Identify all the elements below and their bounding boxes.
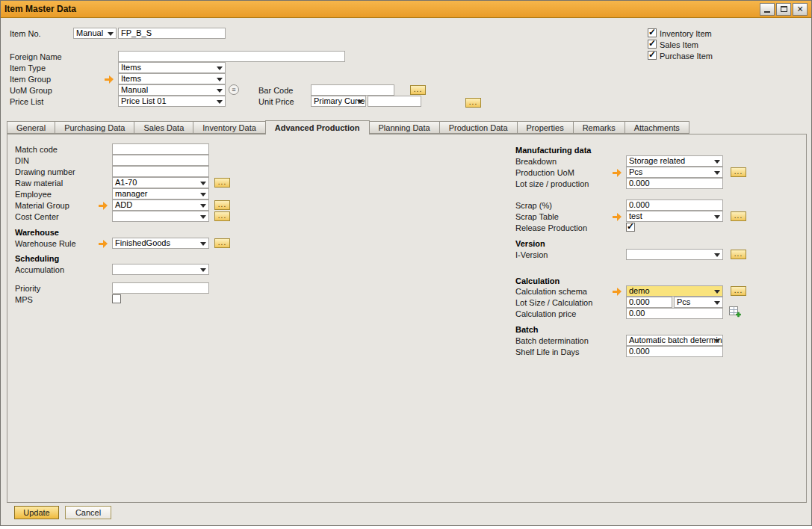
tab-planning-data[interactable]: Planning Data (369, 121, 440, 134)
lot-size-production-label: Lot size / production (515, 179, 589, 188)
close-icon (797, 2, 803, 16)
maximize-icon (781, 6, 787, 12)
i-version-browse-button[interactable]: ... (731, 250, 746, 259)
warehouse-rule-select[interactable]: FinishedGoods (112, 238, 209, 249)
item-type-select[interactable]: Items (118, 62, 226, 73)
release-production-checkbox[interactable] (626, 223, 635, 232)
calculation-price-detail-icon[interactable] (729, 306, 741, 318)
scrap-table-link-arrow-icon[interactable] (613, 213, 622, 221)
calculation-section-header: Calculation (515, 276, 560, 285)
inventory-item-label: Inventory Item (660, 29, 712, 38)
document-header: Item No. Manual FP_B_S Foreign Name Item… (1, 19, 811, 121)
item-group-link-arrow-icon[interactable] (105, 75, 114, 84)
i-version-select[interactable] (626, 249, 723, 260)
update-button[interactable]: Update (14, 506, 59, 519)
din-input[interactable] (112, 155, 209, 166)
scheduling-section-header: Scheduling (15, 254, 59, 263)
window-controls (760, 3, 808, 16)
batch-determination-label: Batch determination (515, 336, 589, 345)
shelf-life-input[interactable]: 0.000 (626, 346, 723, 357)
item-no-mode-select[interactable]: Manual (73, 28, 117, 39)
warehouse-rule-label: Warehouse Rule (15, 239, 76, 248)
batch-determination-select[interactable]: Automatic batch determination (626, 335, 723, 346)
tab-general[interactable]: General (7, 121, 55, 134)
lot-size-calculation-input[interactable]: 0.000 (626, 297, 672, 308)
tab-advanced-production[interactable]: Advanced Production (265, 120, 370, 134)
raw-material-browse-button[interactable]: ... (214, 178, 230, 188)
item-master-data-window: Item Master Data Item No. Manual FP_B_S … (0, 0, 812, 526)
cost-center-select[interactable] (112, 211, 209, 222)
item-group-label: Item Group (10, 75, 51, 84)
employee-label: Employee (15, 190, 52, 199)
calculation-price-input[interactable]: 0.00 (626, 308, 723, 319)
cost-center-browse-button[interactable]: ... (214, 211, 230, 221)
unit-price-input[interactable] (368, 96, 421, 107)
price-list-label: Price List (10, 97, 43, 106)
scrap-pct-input[interactable]: 0.000 (626, 199, 723, 211)
employee-select[interactable]: manager (112, 188, 209, 199)
foreign-name-input[interactable] (118, 51, 345, 62)
close-button[interactable] (793, 3, 808, 16)
manufacturing-data-section-header: Manufacturing data (515, 146, 591, 155)
scrap-table-select[interactable]: test (626, 211, 723, 222)
warehouse-rule-link-arrow-icon[interactable] (99, 240, 108, 248)
breakdown-select[interactable]: Storage related (626, 155, 723, 167)
unit-price-browse-button[interactable]: ... (465, 98, 481, 108)
tab-bar: General Purchasing Data Sales Data Inven… (7, 121, 689, 134)
uom-group-select[interactable]: Manual (118, 84, 226, 96)
purchase-item-checkbox[interactable] (648, 51, 657, 60)
tab-sales-data[interactable]: Sales Data (134, 121, 193, 134)
calculation-schema-select[interactable]: demo (626, 285, 723, 297)
tab-remarks[interactable]: Remarks (573, 121, 625, 134)
warehouse-rule-browse-button[interactable]: ... (214, 238, 230, 248)
minimize-icon (764, 11, 770, 13)
accumulation-label: Accumulation (15, 265, 64, 274)
material-group-browse-button[interactable]: ... (214, 200, 230, 210)
lot-size-production-input[interactable]: 0.000 (626, 178, 723, 189)
mps-checkbox[interactable] (112, 294, 121, 303)
scrap-table-label: Scrap Table (515, 212, 559, 221)
accumulation-select[interactable] (112, 264, 209, 275)
cancel-button[interactable]: Cancel (65, 506, 111, 519)
lot-size-calculation-uom-select[interactable]: Pcs (674, 297, 723, 308)
shelf-life-label: Shelf Life in Days (515, 347, 580, 356)
sales-item-checkbox[interactable] (648, 40, 657, 49)
match-code-input[interactable] (112, 143, 209, 155)
tab-properties[interactable]: Properties (517, 121, 574, 134)
cost-center-label: Cost Center (15, 212, 59, 221)
scrap-pct-label: Scrap (%) (515, 201, 552, 210)
priority-label: Priority (15, 284, 40, 293)
calculation-schema-link-arrow-icon[interactable] (613, 288, 622, 296)
window-title: Item Master Data (4, 4, 76, 14)
i-version-label: I-Version (515, 250, 548, 259)
inventory-item-checkbox[interactable] (648, 28, 657, 37)
tab-purchasing-data[interactable]: Purchasing Data (55, 121, 134, 134)
bar-code-browse-button[interactable]: ... (410, 85, 426, 95)
raw-material-select[interactable]: A1-70 (112, 177, 209, 188)
uom-group-settings-icon[interactable] (229, 84, 239, 95)
production-uom-select[interactable]: Pcs (626, 167, 723, 178)
drawing-number-input[interactable] (112, 166, 209, 177)
calculation-schema-browse-button[interactable]: ... (731, 286, 746, 296)
version-section-header: Version (515, 239, 545, 248)
tab-inventory-data[interactable]: Inventory Data (193, 121, 266, 134)
priority-input[interactable] (112, 282, 209, 294)
price-list-select[interactable]: Price List 01 (118, 96, 226, 107)
purchase-item-label: Purchase Item (660, 52, 713, 61)
unit-price-currency-select[interactable]: Primary Currency (311, 96, 366, 107)
material-group-link-arrow-icon[interactable] (99, 202, 108, 210)
item-group-select[interactable]: Items (118, 73, 226, 84)
calculation-price-label: Calculation price (515, 309, 576, 318)
tab-production-data[interactable]: Production Data (439, 121, 518, 134)
item-no-input[interactable]: FP_B_S (118, 28, 226, 39)
production-uom-browse-button[interactable]: ... (731, 167, 746, 177)
scrap-table-browse-button[interactable]: ... (731, 211, 746, 221)
tab-attachments[interactable]: Attachments (625, 121, 689, 134)
production-uom-link-arrow-icon[interactable] (613, 169, 622, 177)
maximize-button[interactable] (776, 3, 791, 16)
title-bar[interactable]: Item Master Data (1, 1, 811, 18)
minimize-button[interactable] (760, 3, 775, 16)
drawing-number-label: Drawing number (15, 167, 75, 176)
material-group-select[interactable]: ADD (112, 199, 209, 211)
bar-code-input[interactable] (311, 84, 394, 96)
